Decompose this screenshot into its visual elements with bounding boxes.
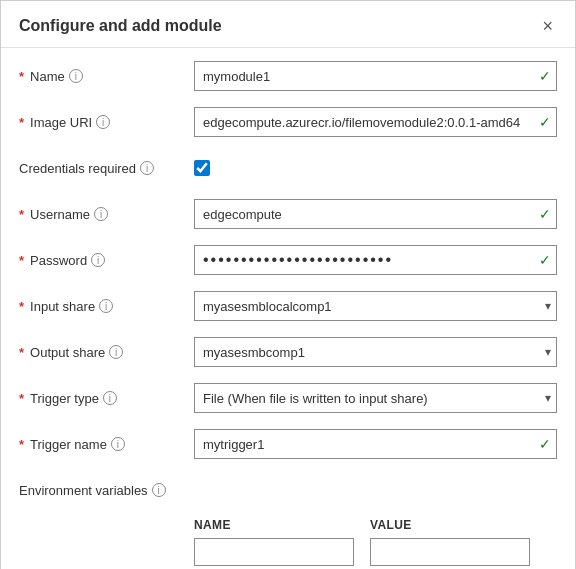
- trigger-name-required-star: *: [19, 437, 24, 452]
- image-uri-required-star: *: [19, 115, 24, 130]
- output-share-label-text: Output share: [30, 345, 105, 360]
- password-row: * Password i ✓: [19, 242, 557, 278]
- output-share-label: * Output share i: [19, 345, 194, 360]
- username-label: * Username i: [19, 207, 194, 222]
- trigger-type-label-text: Trigger type: [30, 391, 99, 406]
- trigger-type-info-icon[interactable]: i: [103, 391, 117, 405]
- input-share-select[interactable]: myasesmblocalcomp1: [194, 291, 557, 321]
- configure-module-dialog: Configure and add module × * Name i ✓ * …: [0, 0, 576, 569]
- trigger-name-info-icon[interactable]: i: [111, 437, 125, 451]
- credentials-checkbox-wrap: [194, 160, 557, 176]
- trigger-name-label: * Trigger name i: [19, 437, 194, 452]
- credentials-label: Credentials required i: [19, 161, 194, 176]
- output-share-row: * Output share i myasesmbcomp1 ▾: [19, 334, 557, 370]
- input-share-select-wrap: myasesmblocalcomp1 ▾: [194, 291, 557, 321]
- trigger-type-label: * Trigger type i: [19, 391, 194, 406]
- close-button[interactable]: ×: [538, 15, 557, 37]
- name-info-icon[interactable]: i: [69, 69, 83, 83]
- env-section: Environment variables i NAME VALUE: [19, 472, 557, 566]
- credentials-row: Credentials required i: [19, 150, 557, 186]
- output-share-select-wrap: myasesmbcomp1 ▾: [194, 337, 557, 367]
- env-value-header: VALUE: [370, 518, 530, 532]
- env-label-row: Environment variables i: [19, 472, 557, 508]
- name-input[interactable]: [194, 61, 557, 91]
- env-variables-label: Environment variables i: [19, 483, 194, 498]
- env-input-row: [19, 538, 557, 566]
- env-value-input[interactable]: [370, 538, 530, 566]
- credentials-info-icon[interactable]: i: [140, 161, 154, 175]
- password-input-wrap: ✓: [194, 245, 557, 275]
- input-share-required-star: *: [19, 299, 24, 314]
- username-info-icon[interactable]: i: [94, 207, 108, 221]
- trigger-name-input[interactable]: [194, 429, 557, 459]
- output-share-required-star: *: [19, 345, 24, 360]
- input-share-row: * Input share i myasesmblocalcomp1 ▾: [19, 288, 557, 324]
- dialog-title: Configure and add module: [19, 17, 222, 35]
- env-name-header: NAME: [194, 518, 354, 532]
- dialog-header: Configure and add module ×: [1, 1, 575, 48]
- username-input[interactable]: [194, 199, 557, 229]
- username-required-star: *: [19, 207, 24, 222]
- trigger-name-row: * Trigger name i ✓: [19, 426, 557, 462]
- name-row: * Name i ✓: [19, 58, 557, 94]
- image-uri-row: * Image URI i ✓: [19, 104, 557, 140]
- credentials-label-text: Credentials required: [19, 161, 136, 176]
- output-share-select[interactable]: myasesmbcomp1: [194, 337, 557, 367]
- password-label: * Password i: [19, 253, 194, 268]
- name-label: * Name i: [19, 69, 194, 84]
- username-input-wrap: ✓: [194, 199, 557, 229]
- password-required-star: *: [19, 253, 24, 268]
- trigger-type-select-wrap: File (When file is written to input shar…: [194, 383, 557, 413]
- image-uri-info-icon[interactable]: i: [96, 115, 110, 129]
- name-input-wrap: ✓: [194, 61, 557, 91]
- password-info-icon[interactable]: i: [91, 253, 105, 267]
- env-variables-label-text: Environment variables: [19, 483, 148, 498]
- env-info-icon[interactable]: i: [152, 483, 166, 497]
- trigger-name-input-wrap: ✓: [194, 429, 557, 459]
- output-share-info-icon[interactable]: i: [109, 345, 123, 359]
- env-headers: NAME VALUE: [19, 518, 557, 532]
- password-input[interactable]: [194, 245, 557, 275]
- input-share-info-icon[interactable]: i: [99, 299, 113, 313]
- image-uri-input-wrap: ✓: [194, 107, 557, 137]
- input-share-label: * Input share i: [19, 299, 194, 314]
- input-share-label-text: Input share: [30, 299, 95, 314]
- dialog-body: * Name i ✓ * Image URI i ✓ Cre: [1, 48, 575, 569]
- trigger-name-label-text: Trigger name: [30, 437, 107, 452]
- name-label-text: Name: [30, 69, 65, 84]
- image-uri-input[interactable]: [194, 107, 557, 137]
- trigger-type-required-star: *: [19, 391, 24, 406]
- name-required-star: *: [19, 69, 24, 84]
- trigger-type-select[interactable]: File (When file is written to input shar…: [194, 383, 557, 413]
- password-label-text: Password: [30, 253, 87, 268]
- trigger-type-row: * Trigger type i File (When file is writ…: [19, 380, 557, 416]
- image-uri-label: * Image URI i: [19, 115, 194, 130]
- username-label-text: Username: [30, 207, 90, 222]
- credentials-checkbox[interactable]: [194, 160, 210, 176]
- username-row: * Username i ✓: [19, 196, 557, 232]
- env-name-input[interactable]: [194, 538, 354, 566]
- image-uri-label-text: Image URI: [30, 115, 92, 130]
